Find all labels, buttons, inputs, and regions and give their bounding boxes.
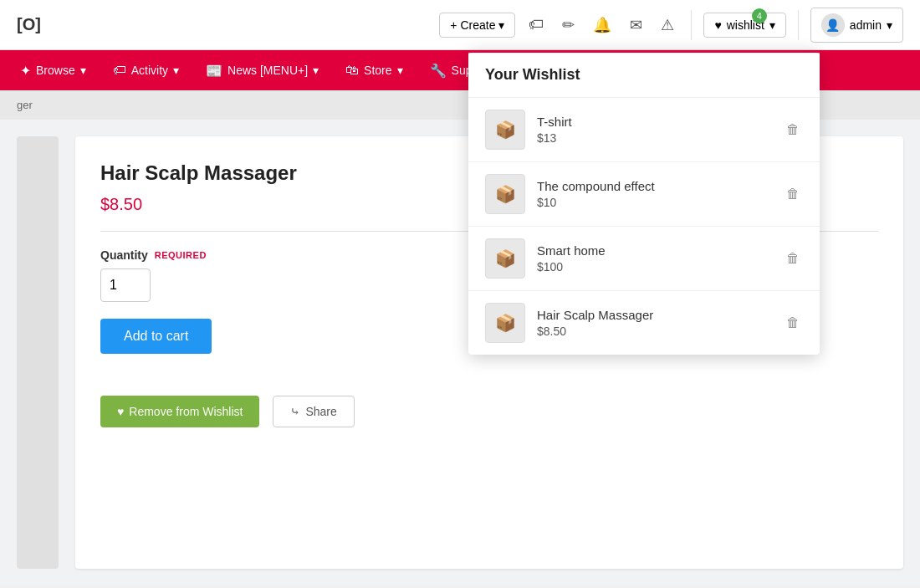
topbar: [O] + Create ▾ 🏷 ✏ 🔔 ✉ ⚠ 4 ♥ wishlist ▾ [0,0,920,50]
chevron-down-icon: ▾ [887,18,892,32]
chevron-down-icon: ▾ [313,64,319,77]
chevron-down-icon: ▾ [769,18,775,32]
item-delete-button[interactable]: 🗑 [783,248,803,269]
item-info: Hair Scalp Massager $8.50 [537,308,771,338]
item-info: T-shirt $13 [537,115,771,145]
item-delete-button[interactable]: 🗑 [783,312,803,334]
nav-browse-label: Browse [36,64,75,77]
alert-icon: ⚠ [661,17,674,33]
create-label: + Create [450,18,495,32]
pencil-icon: ✏ [562,17,575,33]
tag-icon: 🏷 [529,16,544,33]
item-price: $13 [537,131,771,145]
nav-activity-label: Activity [131,64,168,77]
wishlist-item: 📦 Hair Scalp Massager $8.50 🗑 [468,291,820,355]
remove-from-wishlist-button[interactable]: ♥ Remove from Wishlist [100,396,259,427]
item-name: Smart home [537,243,771,258]
activity-icon: 🏷 [113,63,126,78]
nav-news[interactable]: 📰 News [MENU+] ▾ [194,58,330,84]
breadcrumb-text: ger [17,99,33,111]
product-image-placeholder [17,136,59,569]
wishlist-badge: 4 [752,8,767,23]
box-icon: 📦 [495,248,516,268]
news-icon: 📰 [206,63,222,79]
wishlist-dropdown-title: Your Wishlist [468,53,820,98]
item-name: The compound effect [537,179,771,193]
pencil-button[interactable]: ✏ [557,13,580,38]
item-info: Smart home $100 [537,243,771,274]
chevron-down-icon: ▾ [173,64,179,77]
store-icon: 🛍 [345,63,359,78]
bell-button[interactable]: 🔔 [588,13,616,38]
wishlist-item: 📦 Smart home $100 🗑 [468,227,820,291]
share-icon: ⤷ [290,405,300,418]
quantity-input[interactable] [100,268,151,302]
add-to-cart-label: Add to cart [124,329,188,343]
alert-button[interactable]: ⚠ [656,13,679,38]
nav-news-label: News [MENU+] [227,64,308,77]
email-button[interactable]: ✉ [625,13,647,38]
user-icon: 👤 [825,18,840,32]
required-badge: REQUIRED [155,250,207,260]
chevron-down-icon: ▾ [397,64,403,77]
nav-activity[interactable]: 🏷 Activity ▾ [101,58,191,83]
heart-icon: ♥ [714,18,721,32]
bottom-actions: ♥ Remove from Wishlist ⤷ Share [100,379,878,427]
item-name: T-shirt [537,115,771,129]
item-thumbnail: 📦 [485,303,525,343]
item-thumbnail: 📦 [485,238,525,279]
topbar-separator2 [798,10,799,40]
item-delete-button[interactable]: 🗑 [783,183,803,205]
chevron-down-icon: ▾ [498,18,504,32]
nav-store-label: Store [364,64,391,77]
tag-button[interactable]: 🏷 [524,13,549,37]
browse-icon: ✦ [20,63,31,79]
nav-browse[interactable]: ✦ Browse ▾ [8,58,98,84]
remove-wishlist-label: Remove from Wishlist [129,405,243,418]
support-icon: 🔧 [430,63,447,79]
admin-label: admin [850,18,882,32]
box-icon: 📦 [495,184,516,204]
create-button[interactable]: + Create ▾ [439,13,515,38]
nav-store[interactable]: 🛍 Store ▾ [334,58,414,83]
wishlist-button[interactable]: 4 ♥ wishlist ▾ [703,13,785,38]
item-price: $8.50 [537,325,771,338]
box-icon: 📦 [495,120,516,140]
item-thumbnail: 📦 [485,174,525,214]
item-name: Hair Scalp Massager [537,308,771,322]
box-icon: 📦 [495,313,516,333]
chevron-down-icon: ▾ [80,64,86,77]
avatar: 👤 [821,13,845,37]
logo: [O] [17,15,41,34]
quantity-label-text: Quantity [100,248,148,262]
wishlist-dropdown: Your Wishlist 📦 T-shirt $13 🗑 📦 The comp… [468,50,820,355]
heart-icon: ♥ [117,405,124,418]
email-icon: ✉ [630,17,642,33]
share-label: Share [305,405,336,418]
admin-button[interactable]: 👤 admin ▾ [810,8,903,43]
item-price: $100 [537,260,771,274]
wishlist-item: 📦 T-shirt $13 🗑 [468,98,820,162]
topbar-separator [691,10,692,40]
item-price: $10 [537,196,771,209]
share-button[interactable]: ⤷ Share [273,396,354,427]
add-to-cart-button[interactable]: Add to cart [100,319,212,354]
topbar-actions: + Create ▾ 🏷 ✏ 🔔 ✉ ⚠ 4 ♥ wishlist ▾ 👤 [439,8,903,43]
item-delete-button[interactable]: 🗑 [783,119,803,141]
bell-icon: 🔔 [593,17,611,33]
item-thumbnail: 📦 [485,110,525,150]
item-info: The compound effect $10 [537,179,771,209]
wishlist-item: 📦 The compound effect $10 🗑 [468,162,820,227]
